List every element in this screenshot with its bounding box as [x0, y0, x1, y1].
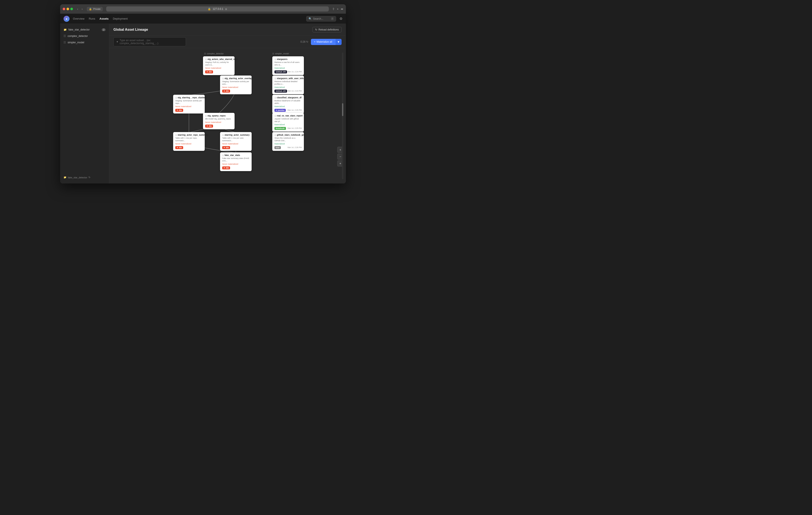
- badge-dbt-3: ✕ dbt: [205, 125, 213, 128]
- group-label-complex-detector: ☷ complex_detector: [204, 53, 224, 55]
- badge-github-7: GitHub API: [274, 71, 287, 73]
- settings-icon[interactable]: ⚙: [340, 17, 343, 21]
- tab-bar: 🔒 Private: [87, 7, 103, 11]
- node-type-icon-4: ☷: [205, 115, 207, 117]
- node-stg-spamy-repos[interactable]: ☷ stg_spamy_repos dbt model stg_spammy_r…: [203, 113, 235, 129]
- new-tab-icon[interactable]: +: [337, 7, 339, 11]
- node-stargazers-with-user-info[interactable]: ☷ stargazers_with_user_info Retrieve ind…: [272, 76, 304, 94]
- filter-placeholder: Type an asset subset... (ex: complex_det…: [120, 39, 183, 45]
- node-github-stars-notebook-gist[interactable]: ☷ github_stars_notebook_gist Share the n…: [272, 132, 304, 151]
- filter-icon: ✦: [116, 40, 118, 43]
- app-logo: ●: [63, 16, 69, 22]
- nav-links: Overview Runs Assets Deployment: [73, 17, 128, 20]
- nav-overview[interactable]: Overview: [73, 17, 84, 20]
- badge-github-8: GitHub API: [274, 90, 287, 92]
- badge-dbt-5: ✕ dbt: [222, 146, 230, 149]
- reload-icon: ↻: [315, 28, 317, 31]
- node-type-icon-8: ☷: [274, 58, 276, 61]
- asset-filter-input[interactable]: ✦ Type an asset subset... (ex: complex_d…: [113, 37, 186, 46]
- main-layout: 📁 fake_star_detector 2 ☷ complex_detecto…: [60, 24, 346, 184]
- table-icon-2: ☷: [63, 41, 66, 44]
- sidebar-footer-label: fake_star_detector: [68, 176, 87, 179]
- materialize-all-button[interactable]: + Materialize all: [311, 39, 335, 45]
- content-area: Global Asset Lineage ↻ Reload definition…: [109, 24, 346, 184]
- timer-icon: ↻: [306, 40, 308, 43]
- node-type-icon-5: ☷: [175, 134, 177, 136]
- materialize-dropdown-button[interactable]: ▼: [335, 39, 342, 45]
- badge-dbt-4: ✕ dbt: [175, 146, 183, 149]
- content-header: Global Asset Lineage ↻ Reload definition…: [109, 24, 346, 36]
- lock-icon: 🔒: [208, 7, 211, 10]
- tab-label: Private: [93, 8, 100, 10]
- badge-dbt-1: ✕ dbt: [222, 90, 230, 92]
- page-title: Global Asset Lineage: [113, 28, 148, 32]
- close-button[interactable]: [63, 8, 65, 10]
- node-real-vs-raw-stars-report[interactable]: ☷ real_vs_raw_stars_report Jupyter noteb…: [272, 113, 304, 132]
- materialize-icon: +: [314, 40, 315, 43]
- node-type-icon: ☷: [205, 58, 207, 61]
- tab-icon: 🔒: [89, 8, 92, 10]
- badge-notebook-10: Notebook: [274, 127, 286, 130]
- badge-gist-11: Gist: [274, 146, 281, 149]
- reload-definitions-button[interactable]: ↻ Reload definitions: [312, 27, 342, 32]
- refresh-icon[interactable]: ↻: [88, 176, 90, 179]
- url-bar[interactable]: 🔒 127.0.0.1 ◉: [106, 6, 329, 11]
- badge-dbt-0: ✕ dbt: [205, 71, 213, 73]
- node-starring-actor-summary[interactable]: ☷ starring_actor_summary Table with 1 ro…: [220, 132, 252, 151]
- share-icon[interactable]: ⇧: [332, 7, 335, 11]
- sidebar-item-complex-detector[interactable]: ☷ complex_detector: [60, 33, 109, 39]
- node-type-icon-9: ☷: [274, 78, 276, 80]
- folder-icon: 📁: [63, 28, 67, 31]
- minimize-button[interactable]: [66, 8, 69, 10]
- dag-canvas[interactable]: ☷ complex_detector ☷ simpler_model ☷ stg…: [109, 48, 346, 184]
- chevron-down-icon: ▼: [337, 40, 340, 44]
- grid-icon[interactable]: ⇼: [341, 7, 343, 11]
- dag-inner: ☷ complex_detector ☷ simpler_model ☷ stg…: [132, 50, 323, 183]
- sidebar-item-simpler-model[interactable]: ☷ simpler_model: [60, 39, 109, 46]
- nav-assets[interactable]: Assets: [99, 17, 109, 20]
- node-stargazers[interactable]: ☷ stargazers Retrieve a raw list of all …: [272, 56, 304, 75]
- badge-dbt-6: ✕ dbt: [222, 166, 230, 169]
- node-type-icon-6: ☷: [222, 134, 224, 136]
- maximize-button[interactable]: [70, 8, 73, 10]
- table-icon: ☷: [63, 34, 66, 37]
- forward-button[interactable]: ›: [81, 7, 84, 11]
- group-label-simpler-model: ☷ simpler_model: [272, 53, 289, 55]
- back-button[interactable]: ‹: [76, 7, 79, 11]
- titlebar: ‹ › 🔒 Private 🔒 127.0.0.1 ◉ ⇧ + ⇼: [60, 4, 346, 13]
- node-starring-actor-repo-summary[interactable]: ☷ starring_actor_repo_summary Table with…: [173, 132, 205, 151]
- node-stg-actors-who-starred-repo[interactable]: ☷ stg_actors_who_starred_repo Staging: P…: [203, 56, 235, 75]
- search-bar[interactable]: 🔍 Search... /: [306, 16, 336, 22]
- node-stg-starring-actor-overlap[interactable]: ☷ stg_starring_actor_overlap Staging: Su…: [220, 76, 252, 94]
- node-type-icon-2: ☷: [222, 78, 224, 80]
- shield-icon: ◉: [225, 7, 227, 10]
- badge-pandas-9: π pandas: [274, 109, 286, 112]
- browser-tab[interactable]: 🔒 Private: [87, 7, 103, 11]
- node-type-icon-3: ☷: [175, 97, 177, 99]
- zoom-scrollbar[interactable]: [342, 53, 343, 179]
- node-type-icon-7: ☷: [222, 155, 224, 157]
- nav-deployment[interactable]: Deployment: [113, 17, 127, 20]
- app-bar: ● Overview Runs Assets Deployment 🔍 Sear…: [60, 13, 346, 24]
- traffic-lights: [63, 8, 73, 10]
- main-window: ‹ › 🔒 Private 🔒 127.0.0.1 ◉ ⇧ + ⇼ ● Over…: [60, 4, 346, 184]
- timer-display: 0:28 ↻: [300, 40, 308, 43]
- url-text: 127.0.0.1: [212, 7, 223, 10]
- sidebar-footer: 📁 fake_star_detector ↻: [60, 174, 109, 181]
- reload-label: Reload definitions: [319, 28, 339, 31]
- sidebar-badge: 2: [102, 28, 106, 31]
- materialize-label: Materialize all: [316, 40, 332, 43]
- search-shortcut: /: [331, 17, 334, 20]
- folder-icon-footer: 📁: [63, 176, 66, 179]
- node-stg-starring-repo-clusters[interactable]: ☷ stg_starring__repo_clusters Staging: s…: [173, 95, 205, 113]
- materialize-btn-group: + Materialize all ▼: [311, 39, 342, 45]
- sidebar-item-fake-star-detector[interactable]: 📁 fake_star_detector 2: [60, 26, 109, 33]
- node-classified-stargazers-df[interactable]: ☷ classified_stargazers_df Buildout data…: [272, 95, 304, 113]
- nav-runs[interactable]: Runs: [89, 17, 95, 20]
- node-fake-star-stats[interactable]: ☷ fake_star_stats Fake star summary stat…: [220, 152, 252, 171]
- node-type-icon-11: ☷: [274, 115, 276, 117]
- group-icon: ☷: [204, 53, 206, 55]
- group-icon-2: ☷: [272, 53, 274, 55]
- logo-text: ●: [66, 17, 67, 21]
- timer-value: 0:28: [300, 40, 306, 43]
